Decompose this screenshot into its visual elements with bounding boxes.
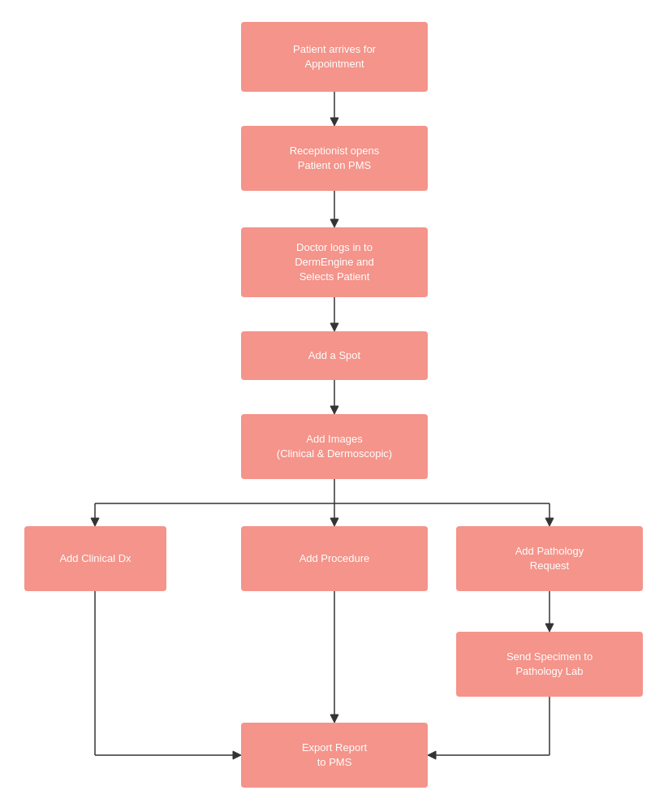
box5: Add Images (Clinical & Dermoscopic) <box>241 414 428 479</box>
box10: Export Report to PMS <box>241 723 428 788</box>
svg-marker-19 <box>330 715 338 723</box>
svg-marker-7 <box>330 406 338 414</box>
svg-marker-1 <box>330 118 338 126</box>
box2: Receptionist opens Patient on PMS <box>241 126 428 191</box>
box7: Add Procedure <box>241 526 428 591</box>
svg-marker-13 <box>330 518 338 526</box>
svg-marker-17 <box>545 624 554 632</box>
svg-marker-25 <box>428 751 436 759</box>
svg-marker-22 <box>233 751 241 759</box>
box8: Add Pathology Request <box>456 526 643 591</box>
box9: Send Specimen to Pathology Lab <box>456 632 643 697</box>
box6: Add Clinical Dx <box>24 526 166 591</box>
box1: Patient arrives for Appointment <box>241 22 428 92</box>
svg-marker-11 <box>91 518 99 526</box>
box3: Doctor logs in to DermEngine and Selects… <box>241 227 428 297</box>
svg-marker-5 <box>330 323 338 331</box>
flowchart: Patient arrives for AppointmentReception… <box>0 0 668 812</box>
svg-marker-3 <box>330 219 338 227</box>
svg-marker-15 <box>545 518 554 526</box>
box4: Add a Spot <box>241 331 428 380</box>
